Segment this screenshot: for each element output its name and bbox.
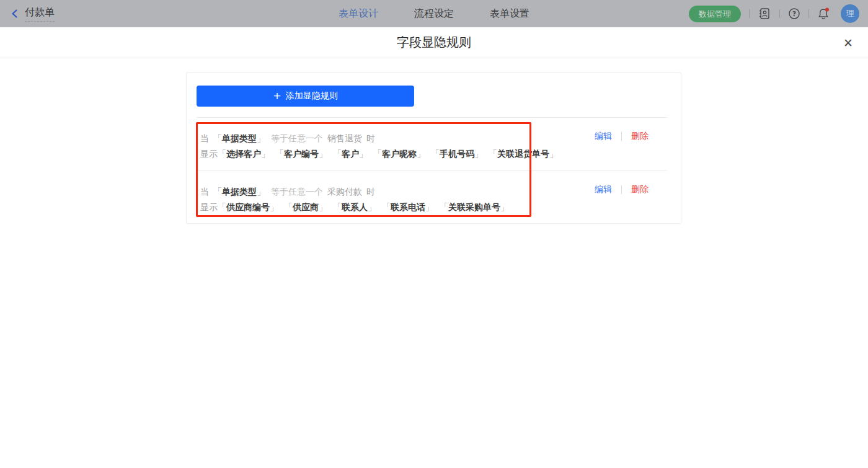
rule-1-show-line: 显示「选择客户」「客户编号」「客户」「客户昵称」「手机号码」「关联退货单号」 bbox=[200, 146, 580, 162]
tab-process-settings[interactable]: 流程设定 bbox=[414, 7, 454, 20]
rule-row-1: 当「单据类型」等于任意一个销售退货时 显示「选择客户」「客户编号」「客户」「客户… bbox=[197, 117, 667, 170]
modal-title: 字段显隐规则 bbox=[397, 34, 471, 51]
field-tag: 「联系人」 bbox=[333, 202, 376, 212]
delete-button[interactable]: 删除 bbox=[631, 131, 649, 142]
rule-2-show-line: 显示「供应商编号」「供应商」「联系人」「联系电话」「关联采购单号」 bbox=[200, 200, 580, 215]
modal-header: 字段显隐规则 ✕ bbox=[0, 27, 868, 58]
field-visibility-rules-modal: 字段显隐规则 ✕ + 添加显隐规则 当「单据类型」等于任意一个销售退货时 显示「… bbox=[0, 27, 868, 468]
field-tag: 「选择客户」 bbox=[218, 149, 270, 159]
add-rule-button[interactable]: + 添加显隐规则 bbox=[197, 86, 414, 107]
close-icon[interactable]: ✕ bbox=[843, 37, 853, 48]
help-icon[interactable]: ? bbox=[788, 7, 800, 20]
rule-1-actions: 编辑 删除 bbox=[595, 131, 649, 142]
delete-button[interactable]: 删除 bbox=[631, 184, 649, 195]
back-button[interactable]: 付款单 bbox=[10, 0, 55, 27]
separator bbox=[749, 9, 750, 18]
separator bbox=[621, 185, 622, 194]
field-tag: 「客户昵称」 bbox=[373, 149, 425, 159]
field-tag: 「关联退货单号」 bbox=[489, 149, 558, 159]
topbar-right-cluster: 数据管理 ? 理 bbox=[689, 0, 859, 27]
plus-icon: + bbox=[273, 91, 281, 101]
field-tag: 「供应商编号」 bbox=[218, 202, 278, 212]
field-tag: 「供应商」 bbox=[284, 202, 327, 212]
separator bbox=[621, 132, 622, 141]
form-title[interactable]: 付款单 bbox=[25, 6, 55, 22]
tab-form-design[interactable]: 表单设计 bbox=[339, 7, 378, 20]
separator bbox=[808, 9, 809, 18]
nav-tabs: 表单设计 流程设定 表单设置 bbox=[339, 0, 529, 27]
notification-badge-dot bbox=[825, 8, 829, 12]
data-manage-button[interactable]: 数据管理 bbox=[689, 6, 741, 22]
separator bbox=[779, 9, 780, 18]
add-rule-label: 添加显隐规则 bbox=[286, 91, 338, 102]
rule-1-condition-line: 当「单据类型」等于任意一个销售退货时 bbox=[200, 131, 580, 146]
tab-form-settings[interactable]: 表单设置 bbox=[490, 7, 529, 20]
field-tag: 「联系电话」 bbox=[382, 202, 434, 212]
contacts-icon[interactable] bbox=[758, 7, 771, 20]
svg-text:?: ? bbox=[792, 10, 796, 17]
topbar: 付款单 表单设计 流程设定 表单设置 数据管理 ? bbox=[0, 0, 868, 27]
field-tag: 「手机号码」 bbox=[431, 149, 483, 159]
rule-2-actions: 编辑 删除 bbox=[595, 184, 649, 195]
notifications-bell-icon[interactable] bbox=[817, 7, 830, 20]
field-tag: 「客户」 bbox=[333, 149, 368, 159]
avatar[interactable]: 理 bbox=[841, 4, 859, 23]
edit-button[interactable]: 编辑 bbox=[595, 131, 612, 142]
condition-field-tag: 「单据类型」 bbox=[213, 187, 265, 196]
back-chevron-icon bbox=[10, 9, 20, 19]
rule-2-condition-line: 当「单据类型」等于任意一个采购付款时 bbox=[200, 184, 580, 200]
rule-row-2: 当「单据类型」等于任意一个采购付款时 显示「供应商编号」「供应商」「联系人」「联… bbox=[197, 170, 667, 218]
rules-card: + 添加显隐规则 当「单据类型」等于任意一个销售退货时 显示「选择客户」「客户编… bbox=[186, 72, 681, 224]
field-tag: 「关联采购单号」 bbox=[440, 202, 509, 212]
edit-button[interactable]: 编辑 bbox=[595, 184, 612, 195]
condition-field-tag: 「单据类型」 bbox=[213, 133, 265, 143]
field-tag: 「客户编号」 bbox=[275, 149, 327, 159]
